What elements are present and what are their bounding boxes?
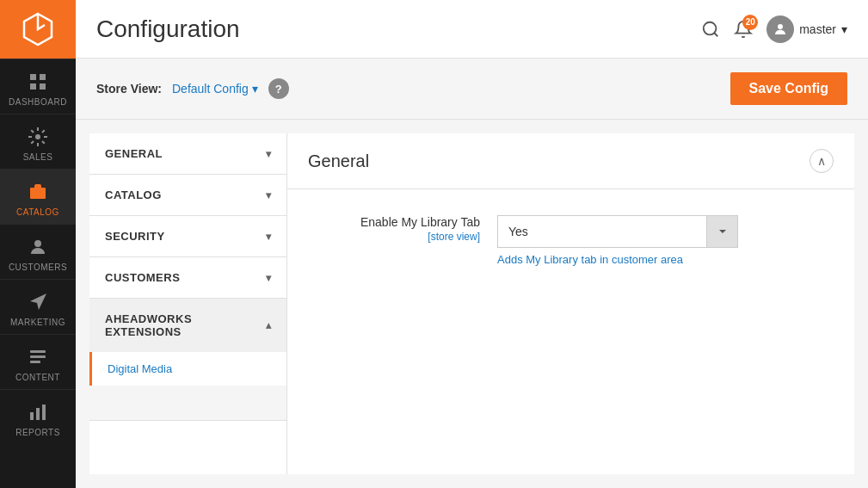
- nav-section-security-header[interactable]: SECURITY ▾: [89, 216, 286, 256]
- sidebar-item-content-label: CONTENT: [15, 373, 60, 382]
- sidebar-item-sales[interactable]: SALES: [0, 114, 76, 169]
- nav-sub-item-digital-media[interactable]: Digital Media: [89, 352, 286, 386]
- right-panel: General ∧ Enable My Library Tab [store v…: [287, 133, 854, 474]
- svg-rect-2: [40, 74, 46, 80]
- help-icon[interactable]: ?: [268, 78, 289, 99]
- left-nav: GENERAL ▾ CATALOG ▾ SECURITY ▾ CUSTOMERS: [89, 133, 287, 474]
- nav-section-aheadworks: AHEADWORKS EXTENSIONS ▴ Digital Media: [89, 299, 286, 421]
- page-title: Configuration: [96, 15, 240, 43]
- sidebar-item-customers[interactable]: CUSTOMERS: [0, 224, 76, 279]
- store-view-label: Store View:: [96, 82, 162, 96]
- nav-section-security-label: SECURITY: [105, 230, 165, 243]
- svg-point-5: [35, 134, 40, 139]
- chevron-up-icon: ▴: [266, 319, 272, 331]
- form-row-enable-library-tab: Enable My Library Tab [store view] Yes N…: [308, 215, 834, 266]
- nav-section-catalog-label: CATALOG: [105, 188, 162, 201]
- sidebar-item-catalog[interactable]: CATALOG: [0, 169, 76, 224]
- form-control-group: Yes No Adds My Library tab in customer a…: [497, 215, 834, 266]
- nav-section-catalog: CATALOG ▾: [89, 175, 286, 216]
- sidebar-item-dashboard[interactable]: DASHBOARD: [0, 59, 76, 114]
- field-hint: Adds My Library tab in customer area: [497, 253, 834, 266]
- select-wrapper: Yes No: [497, 215, 738, 248]
- content-area: GENERAL ▾ CATALOG ▾ SECURITY ▾ CUSTOMERS: [76, 120, 868, 488]
- svg-rect-7: [30, 350, 46, 353]
- dashboard-icon: [26, 70, 50, 94]
- sidebar-item-marketing-label: MARKETING: [10, 318, 65, 327]
- magento-logo-icon: [21, 12, 55, 46]
- sales-icon: [26, 125, 50, 149]
- svg-line-14: [714, 33, 717, 36]
- customers-icon: [26, 235, 50, 259]
- store-view-select[interactable]: Default Config ▾: [172, 82, 258, 96]
- svg-point-6: [34, 240, 41, 247]
- sidebar-item-reports[interactable]: REPORTS: [0, 389, 76, 444]
- nav-section-general-label: GENERAL: [105, 147, 163, 160]
- store-view-left: Store View: Default Config ▾ ?: [96, 78, 289, 99]
- nav-section-customers-header[interactable]: CUSTOMERS ▾: [89, 257, 286, 298]
- chevron-down-icon: ▾: [266, 189, 272, 201]
- dropdown-arrow-icon: [717, 226, 728, 237]
- avatar: [766, 15, 794, 43]
- nav-section-customers-label: CUSTOMERS: [105, 271, 180, 284]
- nav-section-general: GENERAL ▾: [89, 133, 286, 175]
- nav-section-customers: CUSTOMERS ▾: [89, 257, 286, 299]
- catalog-icon: [26, 180, 50, 204]
- nav-sub-item-digital-media-label: Digital Media: [108, 362, 172, 375]
- user-icon: [773, 22, 788, 37]
- nav-section-general-header[interactable]: GENERAL ▾: [89, 133, 286, 174]
- svg-rect-9: [30, 361, 40, 363]
- panel-header: General ∧: [287, 133, 854, 189]
- nav-section-catalog-header[interactable]: CATALOG ▾: [89, 175, 286, 215]
- topbar: Configuration 20 master ▾: [76, 0, 868, 59]
- nav-section-aheadworks-label: AHEADWORKS EXTENSIONS: [105, 312, 266, 338]
- sidebar-item-sales-label: SALES: [23, 152, 53, 162]
- enable-library-tab-select[interactable]: Yes No: [498, 218, 706, 245]
- svg-rect-8: [30, 355, 46, 358]
- nav-sub-item-placeholder: [89, 386, 286, 420]
- search-button[interactable]: [701, 20, 720, 39]
- sidebar-item-dashboard-label: DASHBOARD: [9, 97, 67, 107]
- store-view-chevron-icon: ▾: [252, 82, 258, 96]
- svg-rect-12: [42, 405, 46, 420]
- chevron-down-icon: ▾: [266, 272, 272, 284]
- panel-collapse-button[interactable]: ∧: [810, 149, 834, 173]
- sidebar-item-reports-label: REPORTS: [15, 428, 60, 437]
- svg-rect-4: [40, 83, 46, 90]
- store-view-value: Default Config: [172, 82, 249, 96]
- field-sublabel: [store view]: [308, 231, 480, 243]
- panel-title: General: [308, 151, 369, 171]
- svg-rect-3: [30, 83, 36, 90]
- nav-section-aheadworks-header[interactable]: AHEADWORKS EXTENSIONS ▴: [89, 299, 286, 352]
- svg-point-15: [778, 24, 783, 29]
- notifications-button[interactable]: 20: [734, 20, 753, 39]
- collapse-icon: ∧: [817, 154, 826, 168]
- nav-section-security: SECURITY ▾: [89, 216, 286, 257]
- user-name: master: [799, 22, 836, 36]
- sidebar-item-customers-label: CUSTOMERS: [9, 263, 67, 272]
- field-label: Enable My Library Tab: [360, 215, 480, 229]
- sidebar-item-marketing[interactable]: MARKETING: [0, 279, 76, 334]
- content-icon: [26, 345, 50, 369]
- store-view-bar: Store View: Default Config ▾ ? Save Conf…: [76, 59, 868, 120]
- svg-rect-10: [30, 412, 34, 420]
- topbar-actions: 20 master ▾: [701, 15, 847, 43]
- form-label-group: Enable My Library Tab [store view]: [308, 215, 480, 243]
- user-menu[interactable]: master ▾: [766, 15, 847, 43]
- select-arrow-icon: [706, 216, 737, 247]
- sidebar: DASHBOARD SALES CATALOG CUSTOMERS MARKET…: [0, 0, 76, 488]
- svg-rect-11: [36, 408, 40, 420]
- user-dropdown-icon: ▾: [841, 22, 847, 36]
- svg-rect-1: [30, 74, 36, 80]
- marketing-icon: [26, 290, 50, 314]
- sidebar-item-catalog-label: CATALOG: [16, 207, 59, 217]
- svg-point-13: [704, 22, 717, 34]
- save-config-button[interactable]: Save Config: [730, 72, 847, 105]
- notification-badge: 20: [742, 15, 758, 30]
- chevron-down-icon: ▾: [266, 148, 272, 160]
- sidebar-item-content[interactable]: CONTENT: [0, 334, 76, 389]
- sidebar-logo[interactable]: [0, 0, 76, 59]
- chevron-down-icon: ▾: [266, 231, 272, 243]
- search-icon: [701, 20, 720, 39]
- panel-body: Enable My Library Tab [store view] Yes N…: [287, 189, 854, 302]
- reports-icon: [26, 400, 50, 424]
